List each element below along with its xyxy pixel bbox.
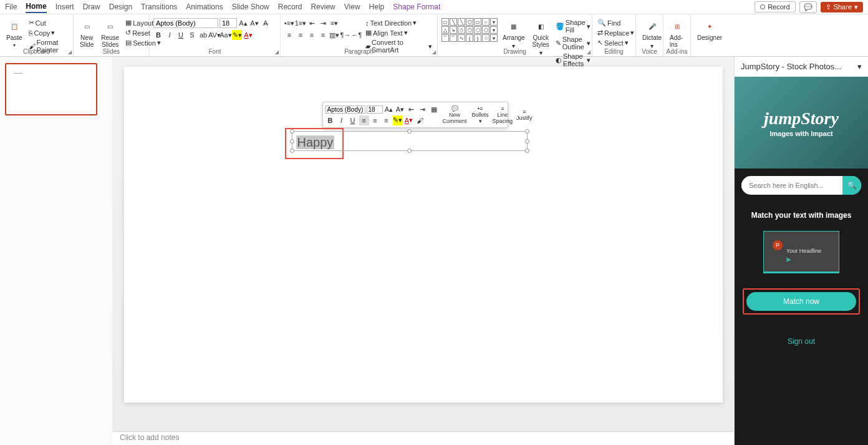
increase-indent-button[interactable]: ⇥ (318, 18, 328, 28)
resize-handle-w[interactable] (290, 139, 294, 144)
dictate-button[interactable]: 🎤Dictate▾ (640, 18, 664, 51)
tab-transitions[interactable]: Transitions (141, 1, 177, 12)
tab-design[interactable]: Design (109, 1, 132, 12)
comments-button[interactable]: 💬 (799, 1, 817, 13)
new-slide-button[interactable]: ▭New Slide (77, 18, 96, 49)
select-button[interactable]: ↖Select ▾ (596, 38, 635, 47)
tab-review[interactable]: Review (311, 1, 335, 12)
tab-animations[interactable]: Animations (186, 1, 223, 12)
resize-handle-se[interactable] (525, 149, 529, 153)
tab-insert[interactable]: Insert (55, 1, 74, 12)
paste-button[interactable]: 📋 Paste ▾ (4, 18, 25, 49)
decrease-indent-button[interactable]: ⇤ (307, 18, 317, 28)
mini-italic[interactable]: I (337, 115, 347, 125)
mini-increase-font[interactable]: A▴ (384, 105, 394, 115)
slide-canvas[interactable]: A▴ A▾ ⇤ ⇥ ▦ B I U ≡ ≡ ≡ (124, 67, 723, 403)
match-now-button[interactable]: Match now (746, 292, 856, 311)
mini-align-center[interactable]: ≡ (370, 115, 380, 125)
addins-button[interactable]: ⊞Add-ins (667, 18, 687, 49)
designer-button[interactable]: ✦Designer (695, 18, 725, 42)
mini-font-size[interactable] (367, 105, 383, 114)
align-left-button[interactable]: ≡ (284, 30, 294, 40)
justify-button[interactable]: ≡ (318, 30, 328, 40)
mini-align-right[interactable]: ≡ (382, 115, 392, 125)
tab-slideshow[interactable]: Slide Show (232, 1, 269, 12)
shape-fill-button[interactable]: 🪣Shape Fill ▾ (554, 18, 592, 34)
tab-help[interactable]: Help (369, 1, 385, 12)
mini-justify[interactable]: ≡Justify (515, 109, 534, 121)
chevron-down-icon[interactable]: ▾ (857, 62, 862, 71)
paragraph-launcher[interactable]: ◢ (432, 49, 436, 55)
search-input[interactable] (741, 182, 842, 189)
numbering-button[interactable]: 1≡▾ (296, 18, 306, 28)
copy-button[interactable]: ⎘Copy ▾ (27, 28, 69, 37)
align-right-button[interactable]: ≡ (307, 30, 317, 40)
notes-pane[interactable]: Click to add notes (112, 431, 734, 445)
line-spacing-button[interactable]: ≡▾ (329, 18, 339, 28)
highlight-button[interactable]: ✎▾ (232, 30, 242, 40)
mini-line-spacing[interactable]: ≡Line Spacing (491, 105, 514, 124)
find-button[interactable]: 🔍Find (596, 18, 635, 27)
mini-decrease-font[interactable]: A▾ (395, 105, 405, 115)
bold-button[interactable]: B (153, 30, 163, 40)
clipboard-launcher[interactable]: ◢ (68, 49, 72, 55)
mini-dec-indent[interactable]: ⇤ (407, 105, 417, 115)
mini-inc-indent[interactable]: ⇥ (418, 105, 428, 115)
mini-highlight[interactable]: ✎▾ (393, 115, 403, 125)
sign-out-link[interactable]: Sign out (788, 337, 815, 346)
font-size-select[interactable] (219, 18, 237, 28)
drawing-launcher[interactable]: ◢ (587, 49, 591, 55)
spacing-button[interactable]: AV▾ (210, 30, 219, 40)
search-button[interactable]: 🔍 (842, 176, 861, 195)
slide-thumbnail-1[interactable] (5, 63, 97, 115)
font-launcher[interactable]: ◢ (275, 49, 279, 55)
resize-handle-ne[interactable] (525, 129, 529, 134)
mini-bold[interactable]: B (326, 115, 335, 125)
mini-align-left[interactable]: ≡ (359, 115, 369, 125)
cut-button[interactable]: ✂Cut (27, 18, 69, 27)
italic-button[interactable]: I (165, 30, 175, 40)
ltr-button[interactable]: ¶→ (340, 30, 350, 40)
mini-underline[interactable]: U (348, 115, 358, 125)
replace-button[interactable]: ⇄Replace ▾ (596, 28, 635, 37)
tab-home[interactable]: Home (26, 1, 46, 13)
mini-new-comment[interactable]: 💬New Comment (441, 105, 468, 124)
clear-format-icon[interactable]: A̶ (261, 18, 271, 28)
tab-file[interactable]: File (5, 1, 17, 12)
columns-button[interactable]: ▥▾ (329, 30, 339, 40)
paragraph-group-label: Paragraph (281, 48, 437, 55)
share-button[interactable]: ⇪ Share ▾ (821, 2, 863, 12)
rtl-button[interactable]: ←¶ (352, 30, 362, 40)
tab-shape-format[interactable]: Shape Format (393, 1, 440, 12)
record-button[interactable]: Record (755, 1, 795, 12)
mini-font-color[interactable]: A▾ (404, 115, 414, 125)
font-color-button[interactable]: A▾ (243, 30, 253, 40)
reuse-slides-button[interactable]: ▭Reuse Slides (99, 18, 122, 49)
change-case-button[interactable]: Aa▾ (221, 30, 231, 40)
resize-handle-nw[interactable] (290, 129, 294, 134)
arrange-button[interactable]: ▦Arrange▾ (500, 18, 528, 51)
bullets-button[interactable]: •≡▾ (284, 18, 294, 28)
resize-handle-s[interactable] (407, 149, 412, 153)
shapes-gallery[interactable]: ▭╲╲⬠▭○▾ △↳◇⬠⬡⬡▾ ⌒⌒∿{}☆▾ (441, 18, 498, 42)
align-center-button[interactable]: ≡ (296, 30, 306, 40)
shadow-button[interactable]: ab (198, 30, 208, 40)
tab-draw[interactable]: Draw (83, 1, 100, 12)
font-name-select[interactable] (153, 18, 218, 28)
strikethrough-button[interactable]: S (187, 30, 197, 40)
decrease-font-icon[interactable]: A▾ (249, 18, 259, 28)
tab-record[interactable]: Record (278, 1, 302, 12)
mini-font-select[interactable] (326, 105, 365, 114)
text-direction-button[interactable]: ↕Text Direction ▾ (364, 18, 433, 27)
align-text-button[interactable]: ▦Align Text ▾ (364, 28, 433, 37)
resize-handle-e[interactable] (525, 139, 529, 144)
mini-align-v[interactable]: ▦ (429, 105, 439, 115)
mini-bullets[interactable]: •≡Bullets▾ (471, 105, 490, 124)
mini-format-painter[interactable]: 🖌 (415, 115, 425, 125)
text-box[interactable]: Happy (296, 135, 523, 147)
tab-view[interactable]: View (344, 1, 360, 12)
underline-button[interactable]: U (176, 30, 186, 40)
increase-font-icon[interactable]: A▴ (238, 18, 248, 28)
resize-handle-n[interactable] (407, 129, 412, 134)
resize-handle-sw[interactable] (290, 149, 294, 153)
